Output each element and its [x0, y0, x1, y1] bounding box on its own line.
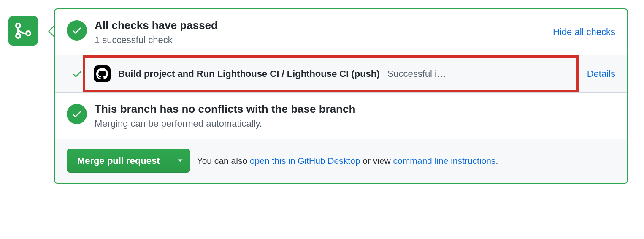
box-pointer: [48, 25, 54, 37]
checks-summary-section: All checks have passed 1 successful chec…: [55, 9, 627, 55]
check-icon: [72, 68, 83, 79]
merge-button-group: Merge pull request: [67, 149, 190, 173]
merge-timeline-badge: [8, 16, 38, 46]
conflicts-subtitle: Merging can be performed automatically.: [95, 118, 615, 129]
hint-middle: or view: [360, 156, 393, 166]
checks-title: All checks have passed: [95, 19, 545, 33]
github-icon: [96, 68, 108, 80]
conflicts-section: This branch has no conflicts with the ba…: [55, 93, 627, 139]
hint-suffix: .: [495, 156, 498, 166]
cli-instructions-link[interactable]: command line instructions: [393, 156, 496, 166]
checks-status-icon: [67, 20, 87, 41]
git-merge-icon: [13, 21, 33, 41]
svg-point-1: [16, 34, 20, 38]
highlighted-check: Build project and Run Lighthouse CI / Li…: [83, 55, 579, 92]
check-icon: [71, 25, 82, 36]
merge-status-box: All checks have passed 1 successful chec…: [54, 8, 628, 184]
check-status-text: Successful i…: [387, 68, 446, 79]
github-actions-avatar: [94, 65, 111, 82]
merge-options-dropdown[interactable]: [170, 149, 190, 173]
merge-footer: Merge pull request You can also open thi…: [55, 139, 627, 183]
hint-prefix: You can also: [197, 156, 250, 166]
checks-subtitle: 1 successful check: [95, 35, 545, 46]
merge-pull-request-button[interactable]: Merge pull request: [67, 149, 170, 173]
toggle-checks-link[interactable]: Hide all checks: [553, 27, 615, 37]
svg-point-2: [26, 31, 30, 35]
caret-down-icon: [177, 159, 183, 163]
merge-hint-text: You can also open this in GitHub Desktop…: [197, 156, 498, 166]
conflicts-status-icon: [67, 104, 87, 124]
open-desktop-link[interactable]: open this in GitHub Desktop: [250, 156, 360, 166]
conflicts-title: This branch has no conflicts with the ba…: [95, 102, 615, 117]
check-item-row: Build project and Run Lighthouse CI / Li…: [55, 55, 627, 93]
check-details-link[interactable]: Details: [587, 68, 615, 79]
check-success-icon: [72, 68, 83, 79]
check-name: Build project and Run Lighthouse CI / Li…: [118, 68, 380, 79]
check-icon: [71, 109, 82, 120]
svg-point-0: [16, 24, 20, 28]
